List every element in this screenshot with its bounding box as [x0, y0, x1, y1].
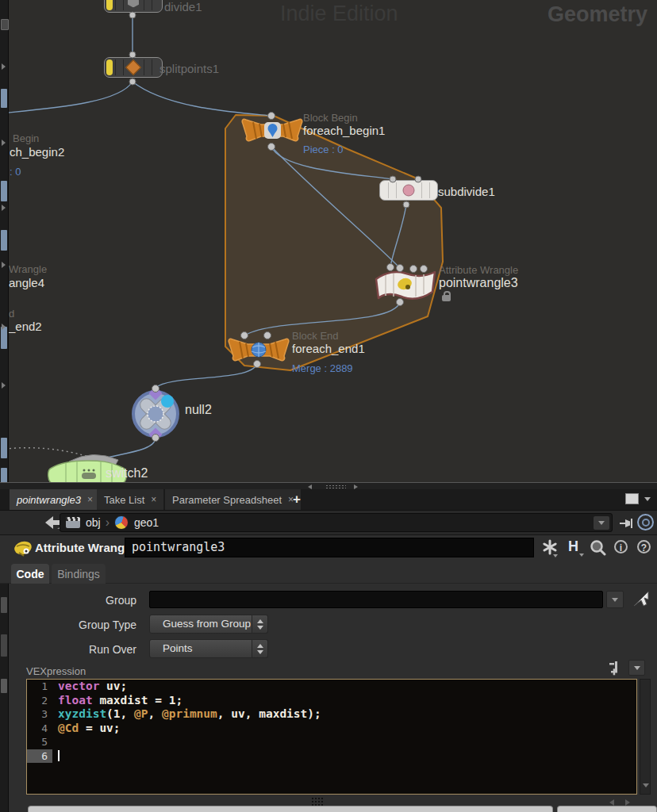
houdini-menu-icon[interactable]: H	[568, 538, 578, 555]
clipped-node-info: : 0	[10, 166, 21, 178]
vexpression-label: VEXpression	[26, 665, 86, 677]
info-icon[interactable]: i	[614, 540, 628, 553]
parameter-tabs: Code Bindings	[0, 561, 657, 584]
line-number: 2	[27, 694, 52, 708]
clipped-node-type: Wrangle	[9, 263, 47, 275]
run-over-label: Run Over	[25, 643, 136, 656]
text-cursor	[58, 750, 60, 761]
tab-label: pointwrangle3	[17, 494, 81, 506]
group-input[interactable]	[149, 591, 603, 608]
search-icon[interactable]	[590, 539, 607, 557]
line-number: 4	[27, 722, 52, 736]
left-edge-panel[interactable]	[0, 0, 9, 812]
attribute-wrangle-icon	[13, 538, 33, 559]
breadcrumb[interactable]: obj › geo1	[60, 513, 613, 532]
pager-right-icon[interactable]	[625, 799, 630, 806]
pane-menu-chevron-icon[interactable]	[644, 497, 651, 501]
breadcrumb-root[interactable]: obj	[86, 516, 101, 529]
new-tab-button[interactable]: +	[287, 489, 306, 510]
connector-dots-layer	[0, 0, 657, 482]
vexpression-menu-button[interactable]	[628, 660, 645, 676]
splitter-drag-handle[interactable]	[325, 485, 346, 488]
help-icon[interactable]: ?	[637, 540, 651, 553]
line-number: 1	[27, 680, 52, 694]
tab-take-list[interactable]: Take List ×	[97, 489, 163, 510]
run-over-select[interactable]: Points	[149, 639, 252, 658]
houdini-menu-chevron-icon	[579, 553, 584, 557]
line-number: 5	[27, 735, 52, 749]
gear-menu-icon[interactable]	[542, 539, 559, 558]
path-bar: obj › geo1	[0, 510, 657, 535]
code-lines: 1vector uv;2float maxdist = 1;3xyzdist(1…	[27, 680, 636, 763]
tab-pointwrangle3[interactable]: pointwrangle3 ×	[10, 489, 100, 510]
code-line[interactable]: 6	[27, 749, 636, 764]
pane-tab-bar: pointwrangle3 × Take List × Parameter Sp…	[0, 488, 657, 510]
code-line[interactable]: 5	[27, 735, 636, 749]
scroll-down-icon[interactable]	[643, 783, 649, 787]
editor-scrollbar[interactable]	[640, 679, 651, 795]
line-number: 6	[27, 749, 52, 764]
group-label: Group	[25, 594, 136, 607]
path-dropdown-button[interactable]	[594, 516, 609, 530]
pane-maximize-icon[interactable]	[625, 493, 639, 504]
code-line[interactable]: 2float maxdist = 1;	[27, 694, 636, 708]
obj-context-icon	[66, 517, 80, 528]
code-line[interactable]: 4@Cd = uv;	[27, 722, 636, 736]
parameter-header: Attribute Wrangle pointwrangle3 H i ?	[0, 535, 657, 561]
node-name-field[interactable]: pointwrangle3	[125, 538, 534, 557]
clipped-node-label: angle4	[9, 276, 44, 289]
clipped-node-label: _end2	[9, 320, 42, 333]
group-dropdown-button[interactable]	[606, 591, 624, 608]
clipped-node-type: d	[9, 308, 14, 320]
line-number: 3	[27, 707, 52, 722]
chevron-separator-icon: ›	[106, 515, 110, 530]
close-icon[interactable]: ×	[87, 494, 93, 505]
code-line[interactable]: 3xyzdist(1, @P, @primnum, uv, maxdist);	[27, 707, 636, 722]
vex-code-editor[interactable]: 1vector uv;2float maxdist = 1;3xyzdist(1…	[26, 679, 637, 795]
parameter-pane: Group Group Type Guess from Group Run Ov…	[0, 584, 657, 812]
resize-grid-handle[interactable]	[311, 797, 323, 806]
group-type-select[interactable]: Guess from Group	[149, 615, 252, 634]
breadcrumb-node[interactable]: geo1	[134, 516, 159, 529]
tab-bindings[interactable]: Bindings	[52, 564, 106, 584]
network-editor[interactable]: Indie Edition Geometry	[0, 0, 657, 482]
clipped-node-type: Begin	[13, 132, 39, 144]
clipped-node-label: ch_begin2	[10, 145, 64, 159]
code-line[interactable]: 1vector uv;	[27, 680, 636, 694]
tab-label: Parameter Spreadsheet	[172, 494, 282, 506]
lower-pane-field-right	[557, 806, 657, 812]
follow-focus-icon[interactable]	[637, 514, 654, 530]
houdini-window: Indie Edition Geometry	[0, 0, 657, 812]
tab-label: Take List	[104, 494, 144, 506]
run-over-spinner[interactable]	[252, 639, 268, 658]
tab-parameter-spreadsheet[interactable]: Parameter Spreadsheet ×	[165, 489, 301, 510]
select-geometry-arrow-icon[interactable]	[632, 588, 652, 609]
group-type-spinner[interactable]	[252, 615, 268, 634]
tab-code[interactable]: Code	[11, 564, 49, 584]
pane-splitter[interactable]	[0, 482, 657, 489]
geo-node-icon	[114, 515, 129, 530]
close-icon[interactable]: ×	[151, 494, 156, 505]
splitter-collapse-left-icon[interactable]	[308, 485, 312, 489]
splitter-collapse-right-icon[interactable]	[354, 485, 358, 489]
lower-pane-field-left	[28, 806, 553, 812]
node-type-title: Attribute Wrangle	[35, 541, 135, 554]
panel-corner-widget[interactable]	[1, 19, 9, 30]
expand-editor-icon[interactable]	[608, 660, 625, 677]
pin-pane-icon[interactable]	[618, 516, 636, 530]
group-type-label: Group Type	[25, 619, 136, 631]
pager-left-icon[interactable]	[609, 799, 614, 806]
